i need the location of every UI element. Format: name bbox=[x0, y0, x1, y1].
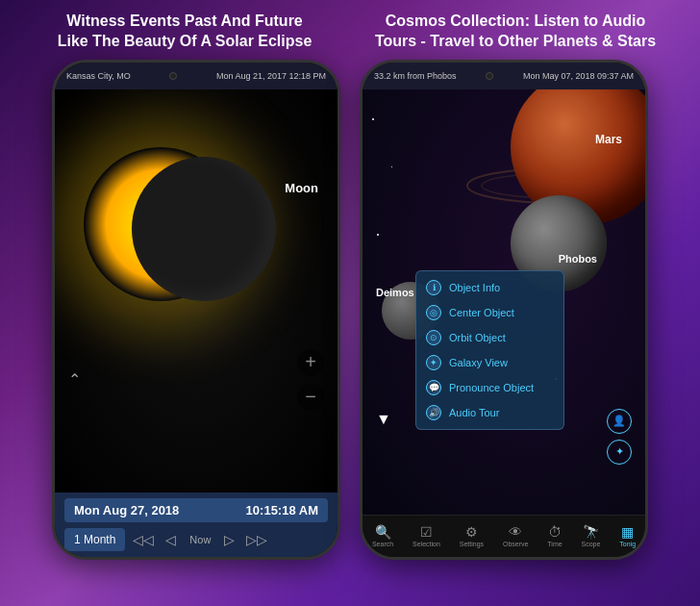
nav-settings[interactable]: ⚙ Settings bbox=[460, 524, 484, 547]
right-headline: Cosmos Collection: Listen to Audio Tours… bbox=[350, 12, 681, 52]
left-phone-status-bar: Kansas City, MO Mon Aug 21, 2017 12:18 P… bbox=[55, 63, 338, 89]
bottom-navigation: 🔍 Search ☑ Selection ⚙ Settings 👁 Observ… bbox=[362, 515, 645, 557]
search-nav-icon: 🔍 bbox=[375, 524, 391, 540]
right-phone: 33.2 km from Phobos Mon May 07, 2018 09:… bbox=[360, 60, 648, 560]
tonight-nav-icon: ▦ bbox=[621, 524, 634, 540]
menu-label-audio-tour: Audio Tour bbox=[449, 407, 499, 418]
chevron-down-button[interactable]: ▼ bbox=[376, 411, 391, 428]
phone-camera-right bbox=[486, 72, 493, 80]
menu-item-audio-tour[interactable]: 🔊 Audio Tour bbox=[416, 400, 563, 425]
settings-nav-label: Settings bbox=[460, 541, 484, 547]
arrow-up-button[interactable]: ⌃ bbox=[68, 370, 81, 389]
zoom-in-button[interactable]: + bbox=[297, 349, 324, 376]
skip-back-button[interactable]: ◁ bbox=[162, 528, 180, 551]
menu-item-galaxy-view[interactable]: ✦ Galaxy View bbox=[416, 350, 563, 375]
menu-label-object-info: Object Info bbox=[449, 282, 500, 293]
time-nav-icon: ⏱ bbox=[548, 524, 562, 540]
left-headline: Witness Events Past And Future Like The … bbox=[19, 12, 350, 52]
star-icon-button[interactable]: ✦ bbox=[607, 440, 632, 465]
person-icon-button[interactable]: 👤 bbox=[607, 409, 632, 434]
left-phone: Kansas City, MO Mon Aug 21, 2017 12:18 P… bbox=[52, 60, 340, 560]
right-status-distance: 33.2 km from Phobos bbox=[374, 71, 457, 81]
observe-nav-label: Observe bbox=[503, 541, 528, 547]
menu-item-orbit-object[interactable]: ⊙ Orbit Object bbox=[416, 325, 563, 350]
nav-scope[interactable]: 🔭 Scope bbox=[582, 524, 601, 547]
menu-item-center-object[interactable]: ◎ Center Object bbox=[416, 300, 563, 325]
star bbox=[372, 118, 374, 120]
scope-nav-label: Scope bbox=[582, 541, 601, 547]
nav-selection[interactable]: ☑ Selection bbox=[412, 524, 440, 547]
observe-nav-icon: 👁 bbox=[509, 524, 522, 540]
left-status-location: Kansas City, MO bbox=[66, 71, 131, 81]
menu-item-object-info[interactable]: ℹ Object Info bbox=[416, 275, 563, 300]
top-text-row: Witness Events Past And Future Like The … bbox=[0, 0, 700, 60]
phones-row: Kansas City, MO Mon Aug 21, 2017 12:18 P… bbox=[0, 60, 700, 606]
object-info-icon: ℹ bbox=[426, 280, 441, 295]
galaxy-view-icon: ✦ bbox=[426, 355, 441, 370]
menu-label-orbit-object: Orbit Object bbox=[449, 332, 506, 343]
left-phone-screen: Moon + − ⌃ bbox=[55, 89, 338, 492]
date-time-row: Mon Aug 27, 2018 10:15:18 AM bbox=[64, 498, 328, 522]
tonight-nav-label: Tonig bbox=[619, 541, 636, 547]
moon-circle bbox=[132, 157, 276, 301]
context-menu: ℹ Object Info ◎ Center Object ⊙ Orbit Ob… bbox=[415, 270, 564, 430]
right-side-icons: 👤 ✦ bbox=[607, 409, 632, 465]
now-button[interactable]: Now bbox=[184, 530, 216, 549]
time-display: 10:15:18 AM bbox=[246, 503, 318, 518]
star bbox=[377, 234, 379, 236]
skip-back-far-button[interactable]: ◁◁ bbox=[129, 528, 158, 551]
right-status-datetime: Mon May 07, 2018 09:37 AM bbox=[523, 71, 634, 81]
selection-nav-icon: ☑ bbox=[420, 524, 433, 540]
deimos-label: Deimos bbox=[376, 287, 414, 298]
audio-tour-icon: 🔊 bbox=[426, 405, 441, 420]
left-phone-bottom-bar: Mon Aug 27, 2018 10:15:18 AM 1 Month ◁◁ … bbox=[55, 492, 338, 557]
left-status-datetime: Mon Aug 21, 2017 12:18 PM bbox=[216, 71, 326, 81]
right-phone-screen: Mars Phobos Deimos ▼ ℹ Object Info ◎ Cen… bbox=[362, 89, 645, 515]
mars-label: Mars bbox=[595, 133, 622, 146]
orbit-object-icon: ⊙ bbox=[426, 330, 441, 345]
center-object-icon: ◎ bbox=[426, 305, 441, 320]
controls-row: 1 Month ◁◁ ◁ Now ▷ ▷▷ bbox=[64, 528, 328, 551]
right-phone-status-bar: 33.2 km from Phobos Mon May 07, 2018 09:… bbox=[362, 63, 645, 89]
skip-forward-far-button[interactable]: ▷▷ bbox=[242, 528, 271, 551]
search-nav-label: Search bbox=[372, 541, 393, 547]
menu-label-center-object: Center Object bbox=[449, 307, 514, 318]
menu-label-galaxy-view: Galaxy View bbox=[449, 357, 508, 368]
moon-label: Moon bbox=[285, 181, 318, 195]
menu-label-pronounce-object: Pronounce Object bbox=[449, 382, 534, 393]
phone-camera-left bbox=[169, 72, 177, 80]
nav-observe[interactable]: 👁 Observe bbox=[503, 524, 528, 547]
scope-nav-icon: 🔭 bbox=[583, 524, 599, 540]
month-button[interactable]: 1 Month bbox=[64, 528, 125, 551]
nav-tonight[interactable]: ▦ Tonig bbox=[619, 524, 636, 547]
selection-nav-label: Selection bbox=[412, 541, 440, 547]
time-nav-label: Time bbox=[547, 541, 562, 547]
pronounce-object-icon: 💬 bbox=[426, 380, 441, 395]
nav-search[interactable]: 🔍 Search bbox=[372, 524, 393, 547]
zoom-out-button[interactable]: − bbox=[297, 384, 324, 411]
skip-forward-button[interactable]: ▷ bbox=[220, 528, 238, 551]
date-display: Mon Aug 27, 2018 bbox=[74, 503, 179, 518]
settings-nav-icon: ⚙ bbox=[465, 524, 478, 540]
nav-time[interactable]: ⏱ Time bbox=[547, 524, 562, 547]
star bbox=[391, 166, 392, 167]
phobos-label: Phobos bbox=[559, 253, 597, 265]
menu-item-pronounce-object[interactable]: 💬 Pronounce Object bbox=[416, 375, 563, 400]
